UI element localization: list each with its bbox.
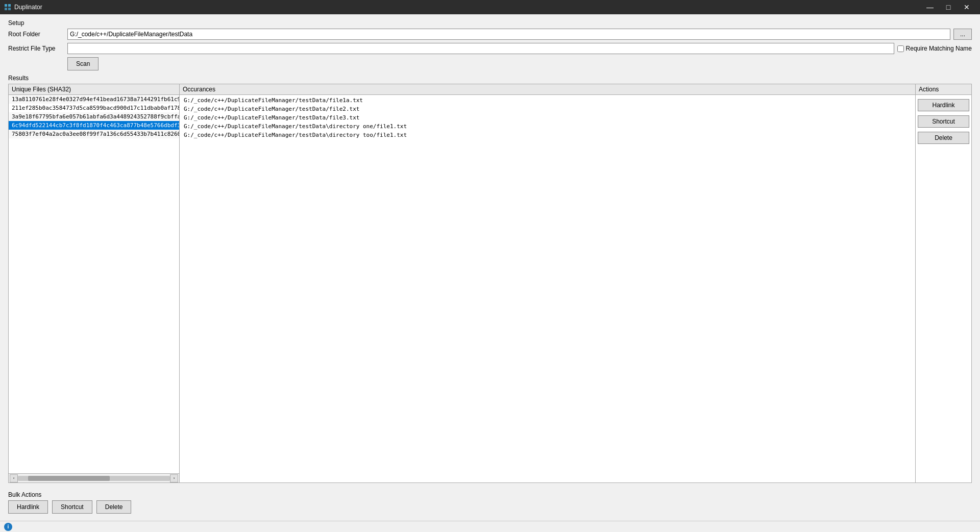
bulk-actions-row: Hardlink Shortcut Delete: [8, 500, 972, 514]
shortcut-action-button[interactable]: Shortcut: [918, 115, 969, 128]
svg-rect-2: [5, 8, 7, 10]
bulk-delete-button[interactable]: Delete: [96, 500, 132, 514]
occurrence-row[interactable]: G:/_code/c++/DuplicateFileManager/testDa…: [180, 113, 915, 122]
main-content: Setup Root Folder ... Restrict File Type…: [0, 14, 980, 521]
maximize-button[interactable]: □: [939, 0, 958, 14]
require-matching-name-label[interactable]: Require Matching Name: [897, 45, 972, 52]
delete-action-button[interactable]: Delete: [918, 132, 969, 144]
close-button[interactable]: ✕: [958, 0, 976, 14]
title-bar-left: Duplinator: [4, 4, 42, 11]
svg-rect-0: [5, 4, 7, 7]
title-bar-controls: — □ ✕: [921, 0, 976, 14]
hash-row[interactable]: 3a9e18f67795bfa6e057b61abfa6d3a448924352…: [9, 112, 179, 121]
app-icon: [4, 4, 11, 11]
hash-row[interactable]: 13a8110761e28f4e0327d94ef41bead16738a714…: [9, 95, 179, 104]
bulk-hardlink-button[interactable]: Hardlink: [8, 500, 48, 514]
title-bar: Duplinator — □ ✕: [0, 0, 980, 14]
occurrence-row[interactable]: G:/_code/c++/DuplicateFileManager/testDa…: [180, 122, 915, 131]
occurrence-row[interactable]: G:/_code/c++/DuplicateFileManager/testDa…: [180, 105, 915, 113]
restrict-file-type-label: Restrict File Type: [8, 45, 64, 52]
svg-rect-1: [8, 4, 11, 7]
occurrence-row[interactable]: G:/_code/c++/DuplicateFileManager/testDa…: [180, 96, 915, 105]
results-layout: Unique Files (SHA32) 13a8110761e28f4e032…: [8, 84, 972, 483]
occurrence-row[interactable]: G:/_code/c++/DuplicateFileManager/testDa…: [180, 131, 915, 139]
scrollbar-thumb[interactable]: [28, 476, 110, 481]
bulk-shortcut-button[interactable]: Shortcut: [52, 500, 92, 514]
hash-row-selected[interactable]: 6c94dfd522144cb7c3f8fd1870f4c463ca877b48…: [9, 121, 179, 130]
scan-row: Scan: [8, 57, 972, 70]
browse-button[interactable]: ...: [953, 29, 972, 40]
scroll-left-arrow[interactable]: ‹: [10, 474, 18, 482]
window-title: Duplinator: [14, 4, 42, 11]
bulk-actions-label: Bulk Actions: [8, 491, 972, 498]
results-label: Results: [8, 75, 972, 82]
bulk-actions-section: Bulk Actions Hardlink Shortcut Delete: [8, 487, 972, 516]
require-matching-name-checkbox[interactable]: [897, 45, 904, 52]
setup-section: Setup Root Folder ... Restrict File Type…: [8, 19, 972, 70]
root-folder-label: Root Folder: [8, 31, 64, 38]
actions-pane: Actions Hardlink Shortcut Delete: [915, 84, 971, 482]
unique-files-header: Unique Files (SHA32): [9, 84, 179, 95]
status-icon: i: [4, 523, 12, 531]
restrict-file-type-row: Restrict File Type Require Matching Name: [8, 43, 972, 54]
scan-button[interactable]: Scan: [67, 57, 99, 70]
unique-files-list[interactable]: 13a8110761e28f4e0327d94ef41bead16738a714…: [9, 95, 179, 473]
status-bar: i: [0, 521, 980, 532]
setup-label: Setup: [8, 19, 972, 27]
scroll-right-arrow[interactable]: ›: [170, 474, 178, 482]
horizontal-scrollbar[interactable]: [18, 476, 170, 481]
hardlink-action-button[interactable]: Hardlink: [918, 99, 969, 111]
occurrences-pane: Occurances G:/_code/c++/DuplicateFileMan…: [180, 84, 915, 482]
root-folder-input[interactable]: [67, 29, 950, 40]
occurrences-list[interactable]: G:/_code/c++/DuplicateFileManager/testDa…: [180, 95, 915, 482]
occurrences-header: Occurances: [180, 84, 915, 95]
actions-header: Actions: [916, 84, 971, 95]
results-section: Results Unique Files (SHA32) 13a8110761e…: [8, 75, 972, 483]
unique-files-pane: Unique Files (SHA32) 13a8110761e28f4e032…: [9, 84, 180, 482]
minimize-button[interactable]: —: [921, 0, 939, 14]
hash-row[interactable]: 211ef285b0ac3584737d5ca8599bacd900d17c11…: [9, 104, 179, 112]
root-folder-row: Root Folder ...: [8, 29, 972, 40]
restrict-file-type-input[interactable]: [67, 43, 894, 54]
svg-rect-3: [8, 8, 11, 10]
hash-row[interactable]: 75803f7ef04a2ac0a3ee08f99f7a136c6d55433b…: [9, 130, 179, 138]
horizontal-scrollbar-area: ‹ ›: [9, 473, 179, 482]
